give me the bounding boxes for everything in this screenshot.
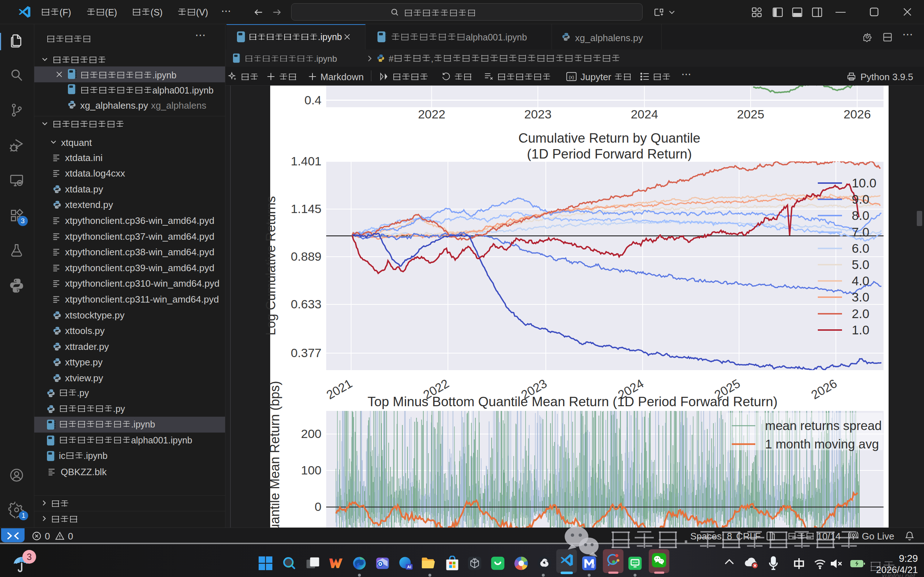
svg-text:mean returns spread: mean returns spread [765,419,882,433]
svg-text:3.0: 3.0 [852,290,869,304]
svg-text:10.0: 10.0 [852,176,876,190]
svg-text:0.377: 0.377 [291,346,321,359]
svg-text:9.0: 9.0 [852,192,869,206]
svg-text:(x): (x) [569,75,574,80]
svg-text:4.0: 4.0 [852,274,869,288]
svg-text:Cumulative Return by Quantile: Cumulative Return by Quantile [518,131,700,145]
svg-text:6.0: 6.0 [852,241,869,255]
svg-text:100: 100 [301,463,321,477]
svg-text:Top Minus Bottom Quantile Mean: Top Minus Bottom Quantile Mean Return (1… [368,394,777,409]
svg-text:7.0: 7.0 [852,225,869,239]
svg-text:2024: 2024 [631,107,658,121]
svg-text:2026: 2026 [843,107,871,121]
svg-text:1.401: 1.401 [291,154,321,168]
svg-text:Log Cumulative Returns: Log Cumulative Returns [263,196,278,335]
svg-text:0.889: 0.889 [291,250,321,263]
svg-text:0.633: 0.633 [291,297,321,311]
svg-text:200: 200 [301,427,321,440]
svg-text:5.0: 5.0 [852,258,869,272]
svg-text:1.145: 1.145 [291,202,321,216]
svg-text:8.0: 8.0 [852,208,869,222]
svg-text:(1D Period Forward Return): (1D Period Forward Return) [527,147,692,161]
svg-text:0: 0 [314,500,321,513]
svg-text:Quantile Mean Return (bps): Quantile Mean Return (bps) [267,381,282,527]
svg-text:2026: 2026 [809,376,840,402]
svg-text:2021: 2021 [324,376,355,402]
svg-text:2023: 2023 [524,107,551,121]
svg-text:1.0: 1.0 [852,323,869,337]
svg-text:2.0: 2.0 [852,306,869,321]
svg-text:1 month moving avg: 1 month moving avg [765,437,879,451]
svg-text:2022: 2022 [418,107,445,121]
svg-text:2025: 2025 [737,107,764,121]
svg-text:AI: AI [407,565,411,569]
svg-text:0.4: 0.4 [305,93,321,107]
